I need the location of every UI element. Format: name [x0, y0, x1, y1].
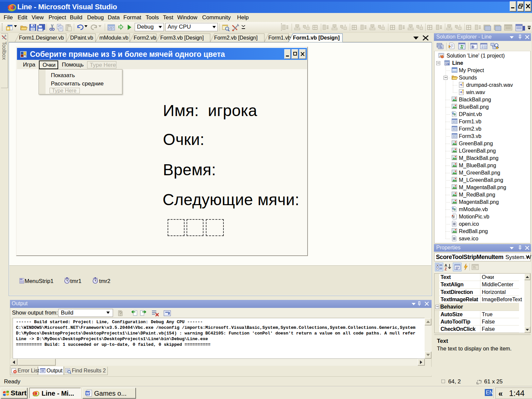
svg-text:Form3.vb [Design]: Form3.vb [Design] [160, 35, 204, 41]
svg-text:W: W [86, 391, 90, 395]
svg-text:Form2.vb: Form2.vb [134, 35, 156, 41]
svg-text:VB: VB [446, 63, 449, 65]
svg-text:DPaint.vb: DPaint.vb [70, 35, 93, 41]
svg-text:Z: Z [445, 267, 447, 271]
svg-text:mModule.vb: mModule.vb [99, 35, 128, 41]
svg-text:Form2.vb [Design]: Form2.vb [Design] [214, 35, 258, 41]
svg-text:Form1.vb [Design]: Form1.vb [Design] [293, 35, 339, 41]
svg-text:B: B [454, 208, 456, 211]
svg-text:B: B [454, 113, 456, 116]
svg-text:Form1.Designer.vb: Form1.Designer.vb [19, 35, 64, 41]
svg-text:Form1.vb: Form1.vb [268, 35, 291, 41]
